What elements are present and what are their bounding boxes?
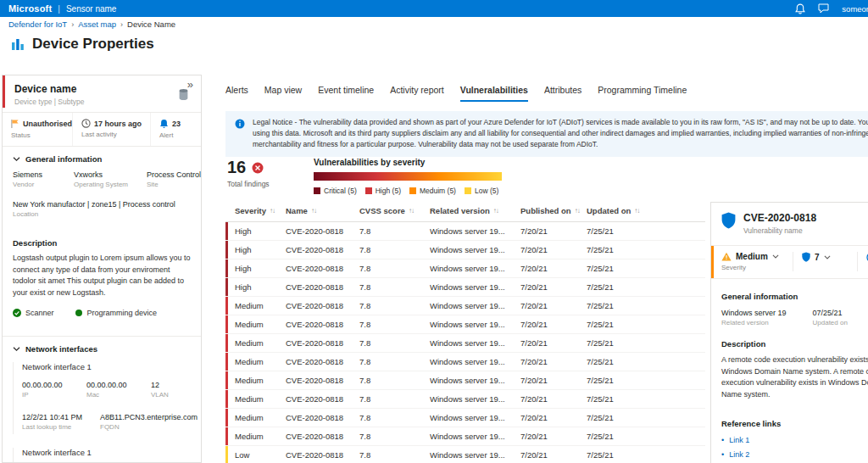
published-on-cell: 7/20/21	[520, 413, 587, 422]
breadcrumb-separator-icon: ›	[120, 20, 123, 29]
tab[interactable]: Vulneralabilities	[460, 85, 528, 102]
related-version-cell: Windows server 19...	[430, 264, 520, 273]
related-version-cell: Windows server 19...	[430, 432, 520, 441]
network-interface-1: Network interface 1 00.00.00.00 IP 00.00…	[13, 362, 201, 434]
tab-bar: Alerts Map view Event timeline Activity …	[225, 85, 687, 102]
alert-bell-icon	[159, 119, 169, 129]
tab[interactable]: Activity report	[390, 85, 444, 102]
column-header-updated-on[interactable]: Updated on↑↓	[587, 206, 705, 215]
breadcrumb-defender-for-iot[interactable]: Defender for IoT	[8, 20, 67, 29]
page-title: Device Properties	[32, 36, 154, 53]
cvss-score-cell: 7.8	[359, 301, 430, 310]
column-header-name[interactable]: Name↑↓	[286, 206, 359, 215]
tab[interactable]: Attributes	[544, 85, 581, 102]
warning-triangle-icon	[721, 252, 732, 261]
bullet-icon: •	[721, 450, 724, 459]
table-row[interactable]: Medium CVE-2020-0818 7.8 Windows server …	[225, 353, 705, 371]
reference-link[interactable]: • Link 1	[721, 436, 868, 444]
table-row[interactable]: Medium CVE-2020-0818 7.8 Windows server …	[225, 409, 705, 427]
table-row[interactable]: Medium CVE-2020-0818 7.8 Windows server …	[225, 371, 705, 390]
network-interfaces-section-toggle[interactable]: Network interfaces	[3, 337, 201, 354]
general-information-section-toggle[interactable]: General information	[3, 147, 201, 164]
capability-badges: Scanner Programming device	[3, 298, 201, 329]
column-header-published-on[interactable]: Published on↑↓	[520, 206, 587, 215]
tab[interactable]: Alerts	[225, 85, 248, 102]
table-row[interactable]: High CVE-2020-0818 7.8 Windows server 19…	[225, 278, 705, 297]
table-row[interactable]: High CVE-2020-0818 7.8 Windows server 19…	[225, 241, 705, 259]
published-on-cell: 7/20/21	[520, 320, 587, 329]
account-label[interactable]: someone@...	[842, 4, 868, 14]
device-severity-accent	[3, 75, 5, 108]
tab[interactable]: Map view	[264, 85, 302, 102]
column-header-cvss-score[interactable]: CVSS score↑↓	[359, 206, 430, 215]
notifications-bell-icon[interactable]	[795, 3, 805, 14]
updated-on-cell: 7/25/21	[587, 245, 705, 254]
status-stat: Unauthorised Status	[3, 113, 72, 146]
table-row[interactable]: Medium CVE-2020-0818 7.8 Windows server …	[225, 334, 705, 353]
vulnerabilities-table: Severity↑↓ Name↑↓ CVSS score↑↓ Related v…	[225, 202, 705, 463]
table-row[interactable]: Medium CVE-2020-0818 7.8 Windows server …	[225, 315, 705, 334]
legend-swatch	[465, 187, 471, 194]
cvss-score-cell: 7.8	[359, 338, 430, 348]
scanner-badge: Scanner	[13, 309, 54, 317]
updated-on-cell: 7/25/21	[587, 450, 705, 460]
related-version-cell: Windows server 19...	[430, 226, 520, 236]
breadcrumb-asset-map[interactable]: Asset map	[78, 20, 116, 29]
severity-bar	[225, 357, 228, 366]
device-properties-icon	[11, 37, 25, 51]
severity-bar	[225, 320, 228, 329]
sort-icon[interactable]: ↑↓	[409, 207, 414, 215]
sort-icon[interactable]: ↑↓	[311, 207, 316, 215]
error-x-circle-icon	[252, 162, 264, 174]
published-on-cell: 7/20/21	[520, 376, 587, 385]
collapse-panel-button[interactable]: »	[187, 78, 193, 91]
green-dot-icon	[75, 309, 83, 317]
last-lookup-field: 12/2/21 10:41 PM Last lookup time	[22, 413, 100, 431]
status-dropdown[interactable]	[857, 252, 868, 271]
sort-icon[interactable]: ↑↓	[493, 207, 498, 215]
tab[interactable]: Event timeline	[318, 85, 374, 102]
cvss-score-cell: 7.8	[359, 432, 430, 441]
detail-cve-name: CVE-2020-0818	[743, 212, 816, 224]
column-header-severity[interactable]: Severity↑↓	[225, 206, 286, 215]
sort-icon[interactable]: ↑↓	[575, 207, 580, 215]
table-row[interactable]: Medium CVE-2020-0818 7.8 Windows server …	[225, 390, 705, 409]
cvss-score-cell: 7.8	[359, 226, 430, 236]
cve-name-cell: CVE-2020-0818	[286, 245, 359, 254]
related-version-cell: Windows server 19...	[430, 320, 520, 329]
severity-bar	[225, 245, 228, 254]
feedback-chat-icon[interactable]	[818, 3, 829, 14]
detail-general-fields: Windows server 19 Related version 07/25/…	[721, 309, 868, 326]
table-row[interactable]: Low CVE-2020-0818 7.8 Windows server 19.…	[225, 446, 705, 463]
sort-icon[interactable]: ↑↓	[634, 207, 639, 215]
network-interfaces-section: Network interfaces Network interface 1 0…	[3, 336, 201, 463]
vulnerability-detail-panel: CVE-2020-0818 Vulnerability name Medium …	[710, 202, 868, 463]
chevron-down-icon	[13, 157, 20, 161]
updated-on-cell: 7/25/21	[587, 301, 705, 310]
related-version-cell: Windows server 19...	[430, 413, 520, 422]
total-findings-label: Total findings	[227, 180, 270, 188]
page-header: Device Properties	[11, 36, 154, 53]
severity-legend: Critical (5) High (5) Meduim (5) Low (5)	[314, 187, 502, 195]
breadcrumb-device-name: Device Name	[127, 20, 175, 29]
table-row[interactable]: Medium CVE-2020-0818 7.8 Windows server …	[225, 427, 705, 446]
sort-icon[interactable]: ↑↓	[270, 207, 275, 215]
network-interfaces-title: Network interfaces	[25, 344, 97, 354]
table-row[interactable]: High CVE-2020-0818 7.8 Windows server 19…	[225, 259, 705, 278]
table-row[interactable]: Medium CVE-2020-0818 7.8 Windows server …	[225, 297, 705, 315]
legend-label: Meduim (5)	[420, 187, 456, 195]
detail-header: CVE-2020-0818 Vulnerability name	[721, 212, 868, 235]
cvss-dropdown[interactable]: 7	[793, 252, 857, 271]
column-header-related-version[interactable]: Related version↑↓	[430, 206, 520, 215]
reference-link[interactable]: • Link 2	[721, 450, 868, 459]
table-row[interactable]: High CVE-2020-0818 7.8 Windows server 19…	[225, 222, 705, 241]
tab[interactable]: Programming Timeline	[598, 85, 687, 102]
severity-dropdown[interactable]: Medium Severity	[711, 252, 793, 271]
cve-name-cell: CVE-2020-0818	[286, 226, 359, 236]
mac-field: 00.00.00.00 Mac	[86, 381, 151, 399]
severity-bar	[225, 282, 228, 292]
vendor-field: Siemens Vendor	[13, 170, 74, 188]
severity-cell: Medium	[225, 357, 286, 366]
alert-stat[interactable]: 23 Alert	[150, 113, 201, 146]
severity-cell: Medium	[225, 432, 286, 441]
